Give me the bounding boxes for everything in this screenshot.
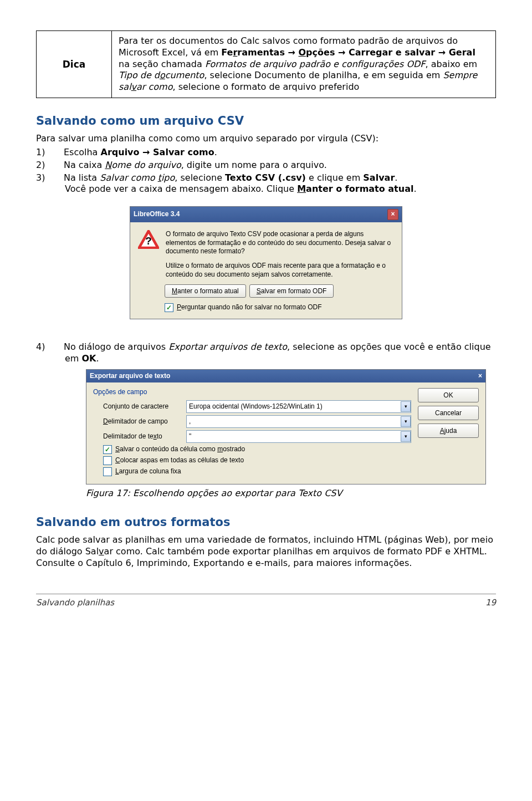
quote-all-checkbox[interactable] (103, 456, 112, 465)
dialog-export-text: Exportar arquivo de texto × Opções de ca… (86, 369, 486, 484)
step-number: 4) (50, 341, 64, 353)
page-footer: Salvando planilhas 19 (36, 594, 496, 609)
step-4: 4)No diálogo de arquivos Exportar arquiv… (50, 341, 496, 365)
step-number: 3) (50, 172, 64, 184)
text-delimiter-combobox[interactable]: "▾ (186, 430, 411, 443)
step-1: 1)Escolha Arquivo → Salvar como. (50, 147, 496, 159)
text: Ferramentas → Opções → Carregar e salvar… (221, 47, 475, 58)
charset-dropdown[interactable]: Europa ocidental (Windows-1252/WinLatin … (186, 400, 411, 413)
save-odf-button[interactable]: Salvar em formato ODF (249, 284, 334, 298)
dialog-title: Exportar arquivo de texto (90, 372, 170, 381)
help-button[interactable]: Ajuda (418, 424, 479, 438)
chevron-down-icon[interactable]: ▾ (401, 431, 411, 442)
dialog-titlebar: LibreOffice 3.4 × (130, 207, 402, 222)
tip-content: Para ter os documentos do Calc salvos co… (112, 31, 495, 98)
ok-button[interactable]: OK (418, 388, 479, 402)
checkbox-label: Perguntar quando não for salvar no forma… (177, 303, 322, 312)
footer-section: Salvando planilhas (36, 598, 114, 609)
text: Formatos de arquivo padrão e configuraçõ… (205, 59, 426, 69)
keep-format-button[interactable]: Manter o formato atual (165, 284, 246, 298)
step-number: 2) (50, 160, 64, 171)
figure-caption: Figura 17: Escolhendo opções ao exportar… (86, 488, 496, 499)
text: , selecione o formato de arquivo preferi… (173, 81, 360, 92)
step-3: 3)Na lista Salvar como tipo, selecione T… (50, 172, 496, 196)
dialog-message-2: Utilize o formato de arquivos ODF mais r… (166, 262, 394, 279)
dialog-titlebar: Exportar arquivo de texto × (86, 370, 485, 383)
dialog-format-warning: LibreOffice 3.4 × ? O formato de arquivo… (130, 206, 402, 319)
field-delimiter-label: Delimitador de campo (93, 417, 186, 426)
chevron-down-icon[interactable]: ▾ (401, 401, 411, 412)
step-2: 2)Na caixa Nome do arquivo, digite um no… (50, 160, 496, 171)
field-delimiter-combobox[interactable]: ,▾ (186, 415, 411, 428)
dialog-title: LibreOffice 3.4 (134, 210, 180, 219)
text: , selecione Documento de planilha, e em … (204, 70, 443, 80)
cancel-button[interactable]: Cancelar (418, 406, 479, 420)
warning-icon: ? (138, 230, 159, 249)
heading-other-formats: Salvando em outros formatos (36, 515, 496, 530)
footer-page-number: 19 (485, 598, 496, 609)
dialog-message-1: O formato de arquivo Texto CSV pode ocas… (166, 230, 394, 256)
close-icon[interactable]: × (387, 209, 398, 220)
tip-label: Dica (37, 31, 112, 98)
text-delimiter-label: Delimitador de texto (93, 432, 186, 441)
group-legend: Opções de campo (93, 388, 411, 397)
close-icon[interactable]: × (478, 372, 482, 381)
tip-box: Dica Para ter os documentos do Calc salv… (36, 30, 496, 98)
field-options-group: Opções de campo Conjunto de caractere Eu… (93, 388, 411, 476)
paragraph: Calc pode salvar as planilhas em uma var… (36, 534, 496, 569)
paragraph: Para salvar uma planilha como como um ar… (36, 133, 496, 145)
heading-csv: Salvando como um arquivo CSV (36, 114, 496, 129)
text: na seção chamada (119, 59, 205, 69)
checkbox-label: Salvar o conteúdo da célula como mostrad… (115, 445, 245, 454)
ask-checkbox[interactable] (165, 303, 173, 312)
chevron-down-icon[interactable]: ▾ (401, 416, 411, 427)
step-number: 1) (50, 147, 64, 159)
text: Tipo de documento (119, 70, 204, 80)
checkbox-label: Largura de coluna fixa (115, 467, 181, 476)
svg-text:?: ? (145, 236, 152, 247)
checkbox-label: Colocar aspas em todas as células de tex… (115, 456, 244, 465)
fixed-width-checkbox[interactable] (103, 467, 112, 476)
charset-label: Conjunto de caractere (93, 402, 186, 411)
save-as-shown-checkbox[interactable] (103, 445, 112, 454)
text: , abaixo em (426, 59, 478, 69)
